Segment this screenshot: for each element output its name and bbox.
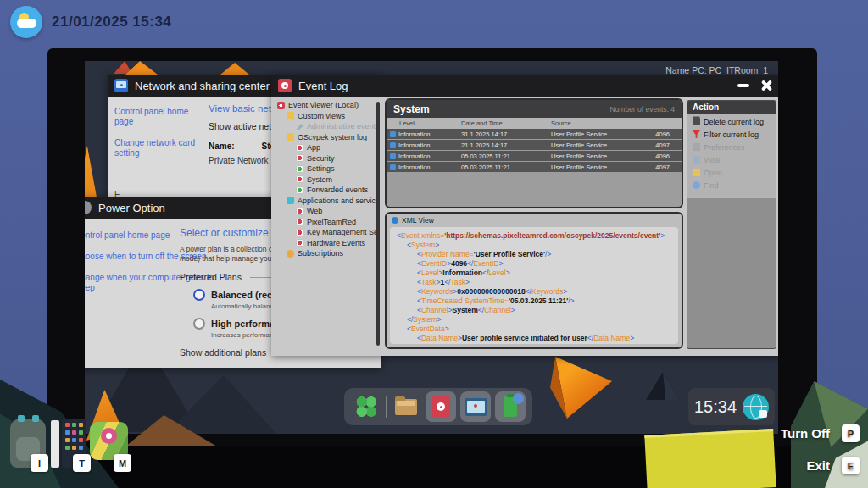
- taskbar-clock: 15:34: [694, 397, 737, 417]
- event-id-cell: 4097: [636, 141, 682, 149]
- action-open: Open: [687, 166, 776, 179]
- action-item-label: Filter current log: [704, 130, 759, 139]
- event-datetime-cell: 21.1.2025 14:17: [461, 141, 551, 149]
- network-link-control-panel-home-page[interactable]: Control panel home page: [114, 107, 209, 127]
- tree-scrollbar[interactable]: [376, 102, 380, 346]
- tree-item-label: Administrative events: [307, 122, 376, 130]
- exit-action[interactable]: Exit E: [806, 457, 860, 474]
- information-icon: [390, 131, 396, 137]
- xml-token: Task: [421, 278, 436, 286]
- window-title: Event Log: [298, 80, 348, 92]
- xml-token: >: [660, 231, 665, 240]
- tree-item-oscypek-system-log[interactable]: OScypek system log: [275, 132, 376, 143]
- turn-off-action[interactable]: Turn Off P: [781, 424, 860, 442]
- network-link-change-network-card-setting[interactable]: Change network card setting: [114, 138, 209, 158]
- action-item-label: Delete current log: [704, 118, 764, 126]
- event-row[interactable]: Information21.1.2025 14:17User Profile S…: [387, 140, 682, 150]
- event-datetime-cell: 31.1.2025 14:17: [461, 130, 551, 138]
- xml-token: '05.03.2025 11:21': [509, 297, 568, 305]
- tree-item-label: OScypek system log: [298, 133, 367, 141]
- folder-icon: [287, 112, 294, 119]
- event-level-cell: Information: [387, 130, 461, 138]
- xml-token: 'User Profile Service': [474, 250, 545, 258]
- event-row[interactable]: Information05.03.2025 11:21User Profile …: [387, 151, 682, 161]
- tree-item-hardware-events[interactable]: Hardware Events: [275, 238, 376, 249]
- event-level-text: Information: [398, 141, 431, 149]
- exit-key[interactable]: E: [842, 457, 860, 474]
- tree-item-administrative-events[interactable]: Administrative events: [275, 121, 376, 132]
- taskbar-event-log[interactable]: [426, 391, 456, 422]
- tree-item-security[interactable]: Security: [275, 153, 376, 164]
- close-button[interactable]: [760, 80, 773, 92]
- turn-off-key[interactable]: P: [842, 424, 860, 442]
- globe-network-icon: [743, 394, 769, 420]
- event-row[interactable]: Information05.03.2025 11:21User Profile …: [387, 162, 682, 172]
- xml-token: System: [453, 306, 478, 314]
- information-icon: [390, 153, 396, 159]
- tree-item-pixelteamred[interactable]: PixelTeamRed: [275, 217, 376, 228]
- tree-item-label: Settings: [307, 164, 335, 173]
- tablet-key[interactable]: T: [73, 454, 91, 472]
- radio-unselected[interactable]: [193, 318, 205, 330]
- folder-icon: [287, 133, 294, 141]
- information-icon: [390, 142, 396, 148]
- tree-item-forwarded-events[interactable]: Forwarded events: [275, 185, 376, 196]
- tree-item-applications-and-services-log[interactable]: Applications and services log: [275, 196, 376, 207]
- event-level-cell: Information: [387, 152, 461, 160]
- tree-item-key-management-service[interactable]: Key Management Service: [275, 227, 376, 238]
- map-key[interactable]: M: [114, 454, 131, 472]
- action-delete-current-log[interactable]: Delete current log: [687, 115, 776, 128]
- event-rows: Information31.1.2025 14:17User Profile S…: [387, 129, 682, 172]
- xml-token: />: [545, 250, 551, 258]
- tree-item-event-viewer-local[interactable]: Event Viewer (Local): [275, 100, 376, 111]
- action-find: Find: [687, 179, 776, 191]
- event-log-icon: [432, 396, 450, 418]
- xml-token: >: [630, 334, 634, 342]
- tree-item-label: Event Viewer (Local): [288, 101, 359, 109]
- minimize-button[interactable]: [737, 84, 749, 87]
- event-datetime-cell: 05.03.2025 11:21: [461, 152, 551, 160]
- taskbar-network[interactable]: [460, 391, 491, 422]
- xml-token: System: [411, 241, 435, 249]
- tree-item-app[interactable]: App: [275, 142, 376, 153]
- taskbar-folder[interactable]: [391, 391, 421, 422]
- taskbar-power[interactable]: [495, 391, 526, 422]
- window-title: Power Option: [98, 202, 165, 214]
- tablet-item[interactable]: T: [51, 419, 86, 468]
- window-title: Network and sharing center: [135, 80, 270, 92]
- tree-item-subscriptions[interactable]: Subscriptions: [275, 248, 376, 259]
- xml-token: >: [465, 278, 470, 286]
- red-icon: [296, 218, 303, 225]
- xml-token: >: [563, 287, 567, 296]
- taskbar-clover[interactable]: [351, 391, 381, 422]
- turn-off-label: Turn Off: [781, 426, 830, 441]
- event-log-titlebar[interactable]: Event Log: [271, 75, 778, 97]
- desktop-screen: Name PC: PC_ITRoom_1 Network and sharing…: [85, 61, 778, 434]
- radio-selected[interactable]: [193, 289, 205, 301]
- tree-item-system[interactable]: System: [275, 175, 376, 186]
- tree-item-settings[interactable]: Settings: [275, 164, 376, 175]
- event-id-cell: 4097: [636, 164, 682, 171]
- inventory-key[interactable]: I: [31, 454, 48, 472]
- xml-code: <Event xmlns='https://schemas.pixelteamr…: [390, 227, 678, 344]
- inventory-item[interactable]: I: [10, 419, 46, 468]
- xml-token: >: [435, 241, 439, 249]
- event-level-text: Information: [398, 152, 431, 160]
- clock-widget[interactable]: 15:34: [688, 388, 775, 425]
- map-item[interactable]: M: [90, 422, 128, 460]
- network-name-label: Name:: [209, 141, 235, 151]
- xml-line: <Task>1</Task>: [397, 278, 671, 287]
- action-item-label: Preferences: [704, 143, 745, 152]
- wifi-card-icon: [759, 410, 767, 418]
- game-scene: Name PC: PC_ITRoom_1 Network and sharing…: [0, 0, 868, 488]
- event-level-cell: Information: [387, 141, 461, 149]
- column-datetime: Date and Time: [461, 119, 551, 127]
- action-filter-current-log[interactable]: Filter current log: [687, 128, 776, 141]
- event-source-cell: User Profile Service: [551, 130, 636, 138]
- tree-item-web[interactable]: Web: [275, 206, 376, 217]
- xml-line: <System>: [397, 241, 671, 250]
- tree-item-custom-views[interactable]: Custom views: [275, 111, 376, 122]
- xml-token: Data Name: [421, 334, 458, 342]
- event-row[interactable]: Information31.1.2025 14:17User Profile S…: [387, 129, 682, 139]
- show-additional-plans[interactable]: Show additional plans: [180, 347, 266, 358]
